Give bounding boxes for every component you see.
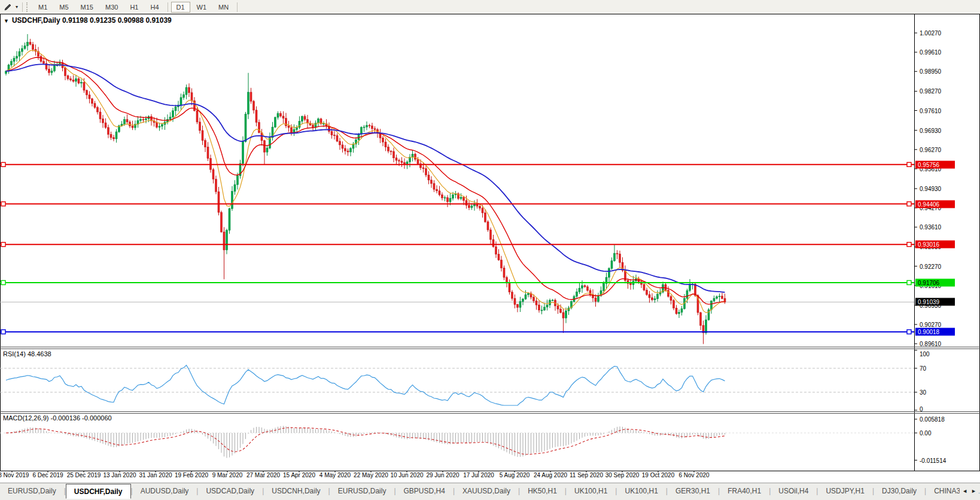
chart-canvas[interactable] xyxy=(0,0,980,500)
price-tick-label: 0.93610 xyxy=(920,224,941,231)
chart-tab-hk50-h1[interactable]: HK50,H1 xyxy=(520,483,565,499)
collapse-triangle-icon[interactable]: ▼ xyxy=(4,18,9,24)
candlesticks xyxy=(5,34,726,344)
chart-tab-usdcad-daily[interactable]: USDCAD,Daily xyxy=(198,483,262,499)
line-handle[interactable] xyxy=(1,243,5,247)
rsi-line xyxy=(6,365,725,405)
chart-frame-borders xyxy=(0,14,980,471)
price-tick-label: 0.89610 xyxy=(920,341,941,347)
price-tick-label: 0.90270 xyxy=(920,321,941,328)
date-tick-label: 6 Nov 2020 xyxy=(678,472,709,478)
horizontal-lines[interactable] xyxy=(0,162,914,334)
date-tick-label: 10 Jun 2020 xyxy=(390,472,423,478)
price-tick-label: 0.98950 xyxy=(920,68,941,75)
price-badge-0.90018: 0.90018 xyxy=(915,328,955,336)
line-handle[interactable] xyxy=(1,280,5,284)
macd-tick-label: -0.011514 xyxy=(920,457,946,463)
date-tick-label: 18 Nov 2019 xyxy=(0,472,29,478)
chart-tab-usdcnh-daily[interactable]: USDCNH,Daily xyxy=(264,483,328,499)
price-tick-label: 1.00270 xyxy=(920,30,941,37)
date-tick-label: 17 Jul 2020 xyxy=(463,472,494,478)
chart-tab-uk100-h1[interactable]: UK100,H1 xyxy=(617,483,665,499)
chart-tab-fra40-h1[interactable]: FRA40,H1 xyxy=(720,483,769,499)
macd-tick-label: 0.005818 xyxy=(920,416,945,423)
price-tick-label: 0.96930 xyxy=(920,127,941,134)
date-tick-label: 30 Sep 2020 xyxy=(605,472,640,478)
rsi-tick-label: 70 xyxy=(920,365,926,372)
macd-label: MACD(12,26,9) -0.000136 -0.000060 xyxy=(3,414,112,422)
line-handle[interactable] xyxy=(907,330,911,334)
line-handle[interactable] xyxy=(907,202,911,206)
date-tick-label: 25 Dec 2019 xyxy=(67,472,101,478)
date-tick-label: 31 Jan 2020 xyxy=(139,472,172,478)
current-price-badge: 0.91039 xyxy=(915,298,955,306)
rsi-tick-label: 0 xyxy=(920,406,923,413)
chart-tab-eurusd-daily[interactable]: EURUSD,Daily xyxy=(0,483,64,499)
rsi-tick-label: 100 xyxy=(920,351,930,357)
chart-tab-gbpusd-h4[interactable]: GBPUSD,H4 xyxy=(396,483,453,499)
date-tick-label: 13 Jan 2020 xyxy=(103,472,136,478)
date-tick-label: 19 Feb 2020 xyxy=(175,472,208,478)
chart-tab-xauusd-daily[interactable]: XAUUSD,Daily xyxy=(455,483,518,499)
date-tick-label: 15 Apr 2020 xyxy=(283,472,315,478)
price-tick-label: 0.97610 xyxy=(920,107,941,114)
price-badge-0.93016: 0.93016 xyxy=(915,241,955,249)
rsi-label: RSI(14) 48.4638 xyxy=(3,350,51,357)
date-tick-label: 22 May 2020 xyxy=(354,472,388,478)
price-badge-0.95756: 0.95756 xyxy=(915,160,955,168)
date-tick-label: 29 Jun 2020 xyxy=(426,472,459,478)
price-tick-label: 0.96270 xyxy=(920,146,941,153)
line-handle[interactable] xyxy=(907,243,911,247)
date-tick-label: 24 Aug 2020 xyxy=(534,472,567,478)
chart-tab-usdchf-daily[interactable]: USDCHF,Daily xyxy=(66,484,131,499)
chart-tab-eurusd-daily[interactable]: EURUSD,Daily xyxy=(330,483,394,499)
chart-tab-usdjpy-h1[interactable]: USDJPY,H1 xyxy=(818,483,872,499)
tab-scroll-right-icon[interactable]: ► xyxy=(971,488,976,494)
ma-mid-line xyxy=(6,57,725,304)
date-tick-label: 4 May 2020 xyxy=(319,472,351,478)
line-handle[interactable] xyxy=(907,162,911,166)
price-tick-label: 0.92270 xyxy=(920,263,941,269)
line-handle[interactable] xyxy=(1,162,5,166)
chart-tab-uk100-h1[interactable]: UK100,H1 xyxy=(567,483,615,499)
date-tick-label: 19 Oct 2020 xyxy=(642,472,674,478)
tab-scroll-left-icon[interactable]: ◄ xyxy=(962,488,967,494)
line-handle[interactable] xyxy=(907,280,911,284)
moving-averages xyxy=(6,50,725,313)
chart-title: ▼USDCHF,Daily 0.91198 0.91235 0.90988 0.… xyxy=(4,16,172,25)
mt4-window: ▾ M1M5M15M30H1H4D1W1MN ▼USDCHF,Daily 0.9… xyxy=(0,0,980,500)
price-badge-0.91706: 0.91706 xyxy=(915,278,955,286)
chart-tabbar: EURUSD,Daily|USDCHF,Daily|AUDUSD,Daily|U… xyxy=(0,483,980,499)
date-tick-label: 11 Sep 2020 xyxy=(570,472,603,478)
chart-tabs: EURUSD,Daily|USDCHF,Daily|AUDUSD,Daily|U… xyxy=(0,483,980,499)
line-handle[interactable] xyxy=(1,202,5,206)
chart-tab-audusd-daily[interactable]: AUDUSD,Daily xyxy=(133,483,197,499)
price-tick-label: 0.99610 xyxy=(920,49,941,56)
macd-panel xyxy=(0,419,917,460)
date-tick-label: 6 Dec 2019 xyxy=(32,472,63,478)
date-tick-label: 9 Mar 2020 xyxy=(212,472,243,478)
chart-tab-dj30-daily[interactable]: DJ30,Daily xyxy=(874,483,924,499)
chart-title-text: USDCHF,Daily 0.91198 0.91235 0.90988 0.9… xyxy=(12,16,172,25)
ma-fast-line xyxy=(6,50,725,313)
chart-tab-ger30-h1[interactable]: GER30,H1 xyxy=(668,483,718,499)
price-tick-label: 0.94930 xyxy=(920,186,941,192)
price-tick-label: 0.98270 xyxy=(920,88,941,95)
rsi-panel xyxy=(0,350,917,410)
chart-tab-usoil-h4[interactable]: USOil,H4 xyxy=(771,483,816,499)
price-badge-0.94406: 0.94406 xyxy=(915,200,955,208)
date-tick-label: 5 Aug 2020 xyxy=(500,472,530,478)
rsi-tick-label: 30 xyxy=(920,389,926,396)
macd-tick-label: 0.00 xyxy=(920,430,931,437)
tab-scroll-arrows: ◄ ► xyxy=(960,483,979,499)
date-tick-label: 27 Mar 2020 xyxy=(246,472,280,478)
line-handle[interactable] xyxy=(1,330,5,334)
